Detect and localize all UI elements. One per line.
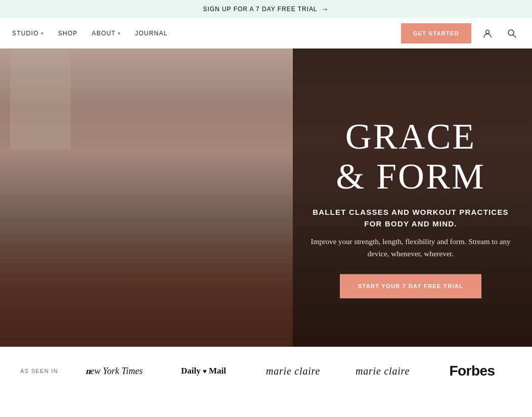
- nav-shop[interactable]: SHOP: [58, 30, 78, 37]
- nav-journal[interactable]: JOURNAL: [135, 30, 167, 37]
- hero-cta-button[interactable]: START YOUR 7 DAY FREE TRIAL: [340, 274, 481, 299]
- studio-chevron-icon: ▾: [41, 31, 44, 36]
- hero-title: GRACE & FORM: [309, 117, 512, 197]
- nav-studio[interactable]: STUDIO ▾: [12, 30, 44, 37]
- hero-section: GRACE & FORM BALLET CLASSES AND WORKOUT …: [0, 49, 532, 347]
- svg-point-0: [486, 30, 490, 33]
- nytimes-logo: 𝐧ew York Times: [74, 365, 154, 377]
- hero-description: Improve your strength, length, flexibili…: [309, 236, 512, 260]
- nav-right: GET STARTED: [401, 23, 520, 43]
- banner-text: SIGN UP FOR A 7 DAY FREE TRIAL: [203, 6, 318, 13]
- dailymail-logo: Daily ♥ Mail: [164, 366, 243, 376]
- about-chevron-icon: ▾: [118, 31, 121, 36]
- top-banner[interactable]: SIGN UP FOR A 7 DAY FREE TRIAL →: [0, 0, 532, 18]
- svg-point-1: [508, 30, 514, 35]
- forbes-logo: Forbes: [432, 363, 512, 379]
- nav-left: STUDIO ▾ SHOP ABOUT ▾ JOURNAL: [12, 30, 401, 37]
- get-started-button[interactable]: GET STARTED: [401, 23, 471, 43]
- hero-subtitle: BALLET CLASSES AND WORKOUT PRACTICES FOR…: [309, 207, 512, 230]
- svg-line-2: [513, 35, 516, 37]
- marieclaire2-logo: marie claire: [343, 365, 422, 377]
- banner-arrow-icon: →: [322, 5, 329, 13]
- hero-title-line1: GRACE: [309, 117, 512, 157]
- press-logos: 𝐧ew York Times Daily ♥ Mail marie claire…: [74, 363, 512, 379]
- nav-about[interactable]: ABOUT ▾: [92, 30, 121, 37]
- hero-content: GRACE & FORM BALLET CLASSES AND WORKOUT …: [309, 117, 512, 298]
- press-section: AS SEEN IN 𝐧ew York Times Daily ♥ Mail m…: [0, 347, 532, 395]
- account-icon[interactable]: [479, 25, 496, 41]
- navigation: STUDIO ▾ SHOP ABOUT ▾ JOURNAL GET STARTE…: [0, 18, 532, 49]
- as-seen-in-label: AS SEEN IN: [20, 368, 58, 374]
- marieclaire1-logo: marie claire: [253, 365, 333, 377]
- search-icon[interactable]: [504, 25, 520, 41]
- hero-title-line2: & FORM: [309, 157, 512, 197]
